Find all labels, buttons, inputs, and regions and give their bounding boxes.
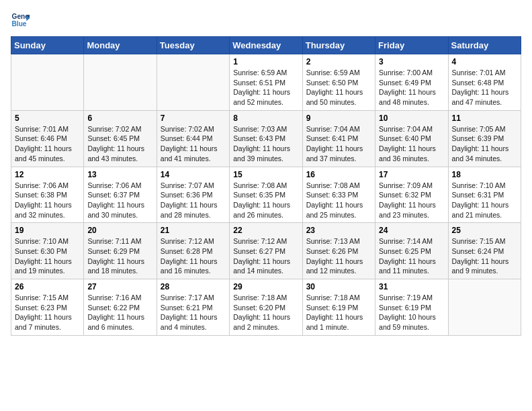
day-number: 9 — [306, 113, 371, 123]
day-info: Sunrise: 7:11 AMSunset: 6:29 PMDaylight:… — [87, 236, 152, 276]
calendar-cell: 17Sunrise: 7:09 AMSunset: 6:32 PMDayligh… — [375, 167, 448, 223]
calendar-cell: 8Sunrise: 7:03 AMSunset: 6:43 PMDaylight… — [230, 110, 302, 167]
day-info: Sunrise: 7:05 AMSunset: 6:39 PMDaylight:… — [452, 124, 517, 164]
day-info: Sunrise: 7:12 AMSunset: 6:27 PMDaylight:… — [233, 236, 298, 276]
day-number: 12 — [15, 170, 80, 179]
day-info: Sunrise: 7:01 AMSunset: 6:46 PMDaylight:… — [15, 124, 80, 164]
day-info: Sunrise: 7:04 AMSunset: 6:40 PMDaylight:… — [379, 124, 444, 164]
calendar-cell: 23Sunrise: 7:13 AMSunset: 6:26 PMDayligh… — [302, 223, 375, 279]
day-info: Sunrise: 7:09 AMSunset: 6:32 PMDaylight:… — [379, 181, 444, 220]
weekday-header-thursday: Thursday — [302, 37, 375, 54]
calendar-cell: 1Sunrise: 6:59 AMSunset: 6:51 PMDaylight… — [230, 54, 302, 111]
day-number: 20 — [87, 226, 152, 235]
day-number: 19 — [15, 226, 80, 235]
day-info: Sunrise: 6:59 AMSunset: 6:51 PMDaylight:… — [233, 68, 298, 107]
day-number: 7 — [161, 113, 226, 123]
calendar-cell: 29Sunrise: 7:18 AMSunset: 6:20 PMDayligh… — [230, 279, 302, 336]
day-info: Sunrise: 7:08 AMSunset: 6:33 PMDaylight:… — [306, 181, 371, 220]
day-number: 17 — [379, 170, 444, 179]
day-info: Sunrise: 7:16 AMSunset: 6:22 PMDaylight:… — [87, 293, 152, 332]
page-header: General Blue — [11, 11, 521, 30]
calendar-cell: 25Sunrise: 7:15 AMSunset: 6:24 PMDayligh… — [448, 223, 521, 279]
day-info: Sunrise: 7:12 AMSunset: 6:28 PMDaylight:… — [161, 236, 226, 276]
calendar-cell: 31Sunrise: 7:19 AMSunset: 6:19 PMDayligh… — [375, 279, 448, 336]
day-info: Sunrise: 7:18 AMSunset: 6:19 PMDaylight:… — [306, 293, 371, 332]
calendar-cell — [84, 54, 157, 111]
weekday-header-monday: Monday — [84, 37, 157, 54]
logo: General Blue — [11, 11, 32, 30]
day-number: 14 — [161, 170, 226, 179]
day-info: Sunrise: 7:10 AMSunset: 6:30 PMDaylight:… — [15, 236, 80, 276]
calendar-cell: 16Sunrise: 7:08 AMSunset: 6:33 PMDayligh… — [302, 167, 375, 223]
calendar-cell: 12Sunrise: 7:06 AMSunset: 6:38 PMDayligh… — [11, 167, 84, 223]
day-number: 1 — [233, 57, 298, 66]
day-number: 24 — [379, 226, 444, 235]
day-info: Sunrise: 7:15 AMSunset: 6:24 PMDaylight:… — [452, 236, 517, 276]
weekday-header-row: SundayMondayTuesdayWednesdayThursdayFrid… — [11, 37, 521, 54]
week-row-4: 19Sunrise: 7:10 AMSunset: 6:30 PMDayligh… — [11, 223, 521, 279]
day-info: Sunrise: 7:01 AMSunset: 6:48 PMDaylight:… — [452, 68, 517, 107]
calendar-cell: 14Sunrise: 7:07 AMSunset: 6:36 PMDayligh… — [157, 167, 229, 223]
calendar-cell: 30Sunrise: 7:18 AMSunset: 6:19 PMDayligh… — [302, 279, 375, 336]
day-info: Sunrise: 7:00 AMSunset: 6:49 PMDaylight:… — [379, 68, 444, 107]
calendar-cell: 19Sunrise: 7:10 AMSunset: 6:30 PMDayligh… — [11, 223, 84, 279]
day-info: Sunrise: 7:13 AMSunset: 6:26 PMDaylight:… — [306, 236, 371, 276]
calendar-cell: 28Sunrise: 7:17 AMSunset: 6:21 PMDayligh… — [157, 279, 229, 336]
day-number: 10 — [379, 113, 444, 123]
day-number: 22 — [233, 226, 298, 235]
weekday-header-sunday: Sunday — [11, 37, 84, 54]
day-info: Sunrise: 7:07 AMSunset: 6:36 PMDaylight:… — [161, 181, 226, 220]
day-info: Sunrise: 7:08 AMSunset: 6:35 PMDaylight:… — [233, 181, 298, 220]
day-number: 13 — [87, 170, 152, 179]
day-number: 23 — [306, 226, 371, 235]
week-row-2: 5Sunrise: 7:01 AMSunset: 6:46 PMDaylight… — [11, 110, 521, 167]
day-info: Sunrise: 7:18 AMSunset: 6:20 PMDaylight:… — [233, 293, 298, 332]
day-info: Sunrise: 7:02 AMSunset: 6:44 PMDaylight:… — [161, 124, 226, 164]
calendar-cell: 18Sunrise: 7:10 AMSunset: 6:31 PMDayligh… — [448, 167, 521, 223]
day-info: Sunrise: 7:03 AMSunset: 6:43 PMDaylight:… — [233, 124, 298, 164]
calendar-cell: 24Sunrise: 7:14 AMSunset: 6:25 PMDayligh… — [375, 223, 448, 279]
calendar-table: SundayMondayTuesdayWednesdayThursdayFrid… — [11, 36, 521, 336]
day-number: 29 — [233, 282, 298, 291]
day-number: 4 — [452, 57, 517, 66]
calendar-cell: 22Sunrise: 7:12 AMSunset: 6:27 PMDayligh… — [230, 223, 302, 279]
calendar-cell — [448, 279, 521, 336]
week-row-1: 1Sunrise: 6:59 AMSunset: 6:51 PMDaylight… — [11, 54, 521, 111]
day-info: Sunrise: 7:15 AMSunset: 6:23 PMDaylight:… — [15, 293, 80, 332]
day-number: 21 — [161, 226, 226, 235]
logo-icon: General Blue — [11, 11, 30, 30]
day-number: 15 — [233, 170, 298, 179]
calendar-cell: 10Sunrise: 7:04 AMSunset: 6:40 PMDayligh… — [375, 110, 448, 167]
day-number: 27 — [87, 282, 152, 291]
day-number: 16 — [306, 170, 371, 179]
day-number: 2 — [306, 57, 371, 66]
calendar-cell: 20Sunrise: 7:11 AMSunset: 6:29 PMDayligh… — [84, 223, 157, 279]
calendar-cell: 11Sunrise: 7:05 AMSunset: 6:39 PMDayligh… — [448, 110, 521, 167]
day-number: 8 — [233, 113, 298, 123]
calendar-cell: 6Sunrise: 7:02 AMSunset: 6:45 PMDaylight… — [84, 110, 157, 167]
day-number: 5 — [15, 113, 80, 123]
day-number: 3 — [379, 57, 444, 66]
day-info: Sunrise: 7:19 AMSunset: 6:19 PMDaylight:… — [379, 293, 444, 332]
day-number: 31 — [379, 282, 444, 291]
weekday-header-tuesday: Tuesday — [157, 37, 229, 54]
day-number: 6 — [87, 113, 152, 123]
calendar-cell: 4Sunrise: 7:01 AMSunset: 6:48 PMDaylight… — [448, 54, 521, 111]
calendar-cell — [11, 54, 84, 111]
day-number: 30 — [306, 282, 371, 291]
day-number: 18 — [452, 170, 517, 179]
day-number: 28 — [161, 282, 226, 291]
weekday-header-friday: Friday — [375, 37, 448, 54]
svg-text:Blue: Blue — [12, 20, 27, 28]
calendar-cell: 7Sunrise: 7:02 AMSunset: 6:44 PMDaylight… — [157, 110, 229, 167]
calendar-cell: 21Sunrise: 7:12 AMSunset: 6:28 PMDayligh… — [157, 223, 229, 279]
calendar-cell: 2Sunrise: 6:59 AMSunset: 6:50 PMDaylight… — [302, 54, 375, 111]
calendar-cell: 5Sunrise: 7:01 AMSunset: 6:46 PMDaylight… — [11, 110, 84, 167]
week-row-5: 26Sunrise: 7:15 AMSunset: 6:23 PMDayligh… — [11, 279, 521, 336]
day-info: Sunrise: 7:06 AMSunset: 6:38 PMDaylight:… — [15, 181, 80, 220]
weekday-header-saturday: Saturday — [448, 37, 521, 54]
weekday-header-wednesday: Wednesday — [230, 37, 302, 54]
day-number: 25 — [452, 226, 517, 235]
day-info: Sunrise: 7:14 AMSunset: 6:25 PMDaylight:… — [379, 236, 444, 276]
week-row-3: 12Sunrise: 7:06 AMSunset: 6:38 PMDayligh… — [11, 167, 521, 223]
